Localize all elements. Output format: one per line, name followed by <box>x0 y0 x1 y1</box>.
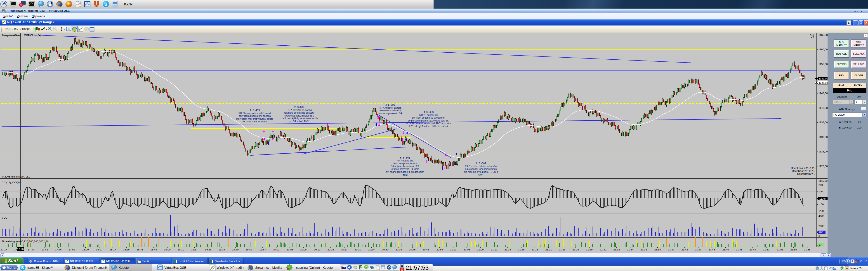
svg-text:21:26: 21:26 <box>572 248 579 251</box>
svg-text:21:32: 21:32 <box>614 248 620 251</box>
svg-text:trend se rychle rozjel a: trend se rychle rozjel a <box>393 162 417 165</box>
svg-text:RR *,po tom dolním zašumění: RR *,po tom dolním zašumění <box>465 165 497 168</box>
svg-text:EMA(Close,34): EMA(Close,34) <box>24 34 41 37</box>
svg-text:© 2008 NinjaTrader, LLC: © 2008 NinjaTrader, LLC <box>2 175 31 178</box>
svg-text:ta další červená se dotkla i E: ta další červená se dotkla i EMY a prost… <box>406 122 451 125</box>
svg-text:18:35: 18:35 <box>137 248 143 251</box>
svg-text:19:00: 19:00 <box>164 248 170 251</box>
svg-text:čáry která značila low dneška: čáry která značila low dneška <box>239 114 271 117</box>
svg-text:1155,00: 1155,00 <box>818 63 828 66</box>
svg-text:1160,00: 1160,00 <box>818 48 828 51</box>
svg-text:EMY: EMY <box>478 173 484 176</box>
svg-text:21:34: 21:34 <box>627 248 633 251</box>
svg-text:OpenShort = 1147,5: OpenShort = 1147,5 <box>792 170 815 172</box>
svg-text:20:20: 20:20 <box>355 248 361 251</box>
svg-text:čekal jsem že se hezčí RR: čekal jsem že se hezčí RR <box>391 165 419 168</box>
svg-text:21:42: 21:42 <box>682 248 688 251</box>
svg-text:X: X <box>174 260 176 263</box>
svg-text:19:57: 19:57 <box>259 248 266 251</box>
svg-text:VOL: VOL <box>2 216 7 219</box>
svg-text:skutečnej odraz nastal až o: skutečnej odraz nastal až o <box>285 114 314 117</box>
svg-text:17:46: 17:46 <box>55 248 62 251</box>
svg-text:100: 100 <box>818 190 823 193</box>
svg-text:3: L -60$: 3: L -60$ <box>385 103 395 106</box>
svg-text:ale nahoru bzl velký: ale nahoru bzl velký <box>379 109 401 112</box>
svg-text:RR *,hnusnej pattern: RR *,hnusnej pattern <box>379 106 401 109</box>
svg-text:1149,00: 1149,00 <box>819 77 828 80</box>
svg-text:S: S <box>21 266 24 270</box>
svg-text:k TL už byl 2 svíce. chtělo to: k TL už byl 2 svíce. chtělo to počkat <box>409 125 448 128</box>
svg-text:20:45: 20:45 <box>409 248 416 251</box>
svg-text:6: S -50$: 6: S -50$ <box>476 162 486 165</box>
svg-text:21:51: 21:51 <box>763 248 770 251</box>
svg-text:TimeHistogram(60,120,180,240,3: TimeHistogram(60,120,180,240,300,1,5) <box>2 240 49 243</box>
svg-text:20:17: 20:17 <box>341 248 348 251</box>
svg-text:S: S <box>104 2 107 6</box>
svg-text:21:14: 21:14 <box>504 248 511 251</box>
svg-text:21:58: 21:58 <box>804 248 811 251</box>
svg-text:20:02: 20:02 <box>273 248 280 251</box>
svg-text:21:53: 21:53 <box>777 248 783 251</box>
svg-text:a překonání toho mini swingu: a překonání toho mini swingu <box>465 168 497 170</box>
svg-text:0: 0 <box>818 235 820 237</box>
svg-text:1165,00: 1165,00 <box>818 34 828 36</box>
svg-text:tak hurá do dalšího pokusu,: tak hurá do dalšího pokusu, <box>284 111 314 114</box>
svg-text:21:36: 21:36 <box>641 248 647 251</box>
svg-text:-200: -200 <box>818 210 824 212</box>
svg-text:chvíli později kdy se svíce od: chvíli později kdy se svíce odrazila <box>281 117 318 120</box>
svg-text:D: D <box>360 266 362 269</box>
svg-text:20:30: 20:30 <box>382 248 389 251</box>
svg-text:21:49: 21:49 <box>749 248 756 251</box>
svg-text:21:38: 21:38 <box>654 248 661 251</box>
svg-text:X: X <box>210 260 212 263</box>
svg-text:1115,00: 1115,00 <box>818 179 828 182</box>
svg-text:CountDown = 5: CountDown = 5 <box>797 173 815 175</box>
svg-text:21:01: 21:01 <box>450 248 457 251</box>
svg-text:RR *,hodně zlý,: RR *,hodně zlý, <box>397 159 413 162</box>
svg-text:19:10: 19:10 <box>178 248 184 251</box>
svg-text:-11,48: -11,48 <box>818 197 826 200</box>
svg-text:21:46: 21:46 <box>722 248 729 251</box>
svg-text:$: $ <box>86 28 87 31</box>
svg-text:OpenLong = 1151,25: OpenLong = 1151,25 <box>791 167 815 169</box>
svg-text:21:30: 21:30 <box>600 248 607 251</box>
svg-text:CCI(14), CCI(14): CCI(14), CCI(14) <box>2 181 22 184</box>
svg-text:763: 763 <box>819 231 823 234</box>
svg-text:1145,00: 1145,00 <box>818 92 828 95</box>
svg-text:1130,00: 1130,00 <box>818 136 828 138</box>
svg-text:RR *,hrozný odraz od červený: RR *,hrozný odraz od červený <box>239 112 271 114</box>
svg-text:ztrát: ztrát <box>403 173 408 176</box>
svg-text:4: S -45$: 4: S -45$ <box>424 111 434 113</box>
svg-text:21:48: 21:48 <box>736 248 743 251</box>
svg-text:18:46: 18:46 <box>151 248 157 251</box>
svg-text:20:48: 20:48 <box>423 248 429 251</box>
svg-text:21:40: 21:40 <box>668 248 675 251</box>
svg-text:0: 0 <box>818 245 820 247</box>
svg-text:18:17: 18:17 <box>110 248 116 251</box>
svg-text:21:45: 21:45 <box>709 248 715 251</box>
svg-text:17:17: 17:17 <box>1 248 7 251</box>
svg-text:RangeNextOpen: RangeNextOpen <box>2 34 21 37</box>
svg-text:19:26: 19:26 <box>205 248 212 251</box>
svg-text:20:12: 20:12 <box>314 248 320 251</box>
svg-text:který jsem měl brát v úvahu po: který jsem měl brát v úvahu pouze <box>236 117 273 120</box>
svg-text:200: 200 <box>818 183 823 186</box>
svg-text:21:05: 21:05 <box>464 248 470 251</box>
svg-text:od SR a i od EMY: od SR a i od EMY <box>289 120 309 123</box>
svg-text:21:43: 21:43 <box>695 248 702 251</box>
svg-text:18:25: 18:25 <box>123 248 130 251</box>
svg-text:21:29: 21:29 <box>586 248 593 251</box>
svg-text:1135,00: 1135,00 <box>818 121 828 124</box>
svg-text:5: S -50$: 5: S -50$ <box>400 156 410 159</box>
svg-text:21:12: 21:12 <box>491 248 498 251</box>
svg-text:1140,00: 1140,00 <box>818 107 828 109</box>
svg-text:20:36: 20:36 <box>396 248 402 251</box>
svg-text:21:21: 21:21 <box>546 248 552 251</box>
svg-text:2: S -60$: 2: S -60$ <box>294 106 304 108</box>
svg-text:šel jsem do toho se svědomím: šel jsem do toho se svědomím <box>412 116 445 119</box>
svg-text:18:07: 18:07 <box>96 248 103 251</box>
svg-text:CZ: CZ <box>344 267 346 269</box>
svg-text:19:49: 19:49 <box>246 248 252 251</box>
svg-text:už moc nevytvoří, už jsem: už moc nevytvoří, už jsem <box>391 168 419 170</box>
svg-text:21:18: 21:18 <box>532 248 538 251</box>
